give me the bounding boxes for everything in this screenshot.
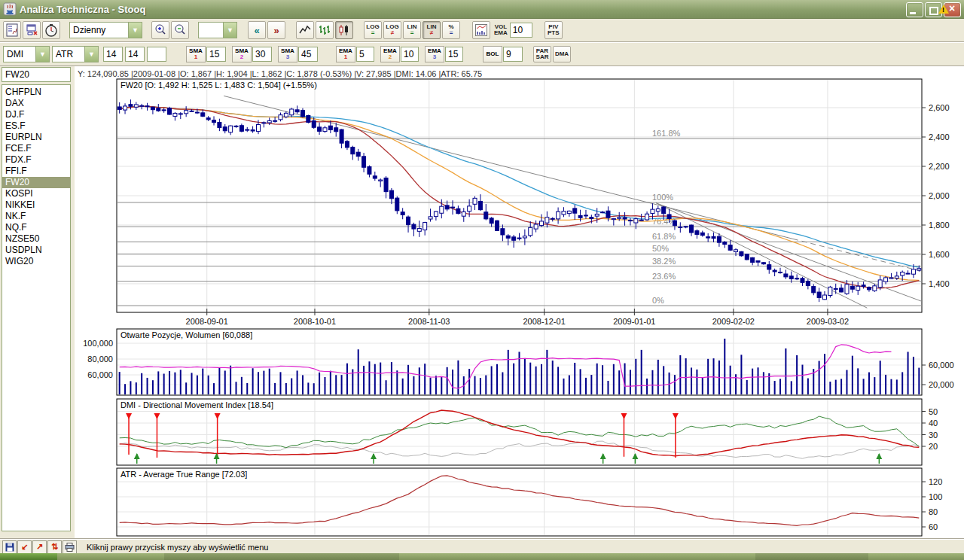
zoom-select[interactable]: ▼ (198, 22, 237, 38)
sma3-input[interactable] (298, 47, 318, 62)
indicator-param3-input[interactable] (147, 47, 166, 62)
taskbar-strip[interactable] (0, 553, 964, 560)
sidebar-item-fdx.f[interactable]: FDX.F (2, 154, 70, 166)
symbol-list[interactable]: CHFPLNDAXDJ.FES.FEURPLNFCE.FFDX.FFFI.FFW… (2, 84, 71, 531)
zoom-in-button[interactable] (151, 21, 169, 39)
save-icon (5, 543, 14, 552)
ema3-input[interactable] (445, 47, 463, 62)
vol-ema-period-input[interactable] (510, 23, 532, 38)
sidebar-item-nq.f[interactable]: NQ.F (2, 222, 70, 233)
ema1-label: EMA1 (336, 46, 355, 62)
close-button[interactable] (944, 2, 961, 17)
zoom-in-icon (154, 23, 167, 37)
ema2-label: EMA2 (380, 46, 400, 62)
taskbar-item[interactable] (164, 553, 399, 560)
scale-log-eq-button[interactable]: LOG= (364, 21, 382, 39)
dmi-panel-title: DMI - Directional Movement Index [18.54] (120, 400, 276, 409)
warning-icon (938, 5, 949, 14)
ohlc-status-line: Y: 124,090.85 |2009-01-08 |O: 1,867 |H: … (78, 69, 482, 78)
scale-symbol: = (371, 30, 375, 36)
chevron-down-icon[interactable]: ▼ (223, 23, 236, 38)
sidebar-item-nzse50[interactable]: NZSE50 (2, 233, 70, 245)
statusbar-hint: Kliknij prawy przycisk myszy aby wyświet… (87, 543, 268, 552)
dma-button[interactable]: DMA (553, 46, 571, 62)
volume-chart-icon (474, 23, 488, 37)
new-window-button[interactable] (23, 21, 41, 39)
sidebar-item-wig20[interactable]: WIG20 (2, 256, 70, 267)
ema1-input[interactable] (356, 47, 374, 62)
sidebar-item-dax[interactable]: DAX (2, 98, 70, 109)
volume-chart-button[interactable] (472, 21, 490, 39)
minimize-button[interactable] (906, 2, 923, 17)
sidebar-item-ffi.f[interactable]: FFI.F (2, 166, 70, 177)
sidebar-item-nikkei[interactable]: NIKKEI (2, 199, 70, 211)
scroll-forward-button[interactable]: » (267, 21, 285, 39)
sidebar-item-chfpln[interactable]: CHFPLN (2, 87, 70, 98)
zoom-out-button[interactable] (171, 21, 189, 39)
report-icon (5, 23, 19, 37)
window-title: Analiza Techniczna - Stooq (20, 4, 145, 15)
timer-button[interactable] (42, 21, 60, 39)
chevron-down-icon[interactable]: ▼ (84, 47, 98, 62)
windows-icon (25, 23, 38, 37)
bollinger-input[interactable] (503, 47, 523, 62)
parabolic-sar-button[interactable]: PARSAR (533, 46, 551, 62)
ema2-input[interactable] (401, 47, 419, 62)
forward-arrows-icon: » (273, 25, 279, 36)
chart-area[interactable] (75, 66, 964, 539)
sidebar-item-fw20[interactable]: FW20 (2, 177, 70, 188)
sma2-input[interactable] (252, 47, 272, 62)
save-button[interactable] (2, 540, 17, 554)
scale-lin-eq-button[interactable]: LIN= (403, 21, 421, 39)
candlestick-icon (337, 23, 351, 37)
sidebar-item-usdpln[interactable]: USDPLN (2, 245, 70, 256)
indicator-param1-input[interactable] (103, 47, 123, 62)
arrow-down-left-icon: ↙ (21, 542, 28, 552)
volume-panel-title: Otwarte Pozycje, Wolumen [60,088] (120, 330, 255, 339)
symbol-search-input[interactable] (2, 67, 71, 82)
bar-chart-mode-button[interactable] (316, 21, 334, 39)
status-bar: ↙ ↗ ⇅ Kliknij prawy przycisk myszy aby w… (0, 539, 964, 554)
report-button[interactable] (3, 21, 21, 39)
period-select-value: Dzienny (70, 25, 128, 35)
chevron-down-icon[interactable]: ▼ (128, 23, 142, 38)
taskbar-item[interactable] (755, 553, 868, 560)
pivot-points-button[interactable]: PIVPTS (545, 21, 563, 39)
sidebar-item-es.f[interactable]: ES.F (2, 120, 70, 132)
sidebar-item-nk.f[interactable]: NK.F (2, 211, 70, 222)
sidebar-item-dj.f[interactable]: DJ.F (2, 109, 70, 120)
sidebar-item-kospi[interactable]: KOSPI (2, 188, 70, 199)
bollinger-label: BOL (483, 46, 502, 62)
scale-symbol: = (410, 30, 414, 36)
atr-panel-title: ATR - Average True Range [72.03] (120, 470, 249, 479)
sidebar-item-eurpln[interactable]: EURPLN (2, 132, 70, 143)
candle-chart-mode-button[interactable] (335, 21, 353, 39)
window-titlebar[interactable]: Analiza Techniczna - Stooq (0, 0, 964, 19)
arrow-up-right-icon: ↗ (36, 542, 43, 552)
chevron-down-icon[interactable]: ▼ (35, 47, 49, 62)
print-icon (65, 543, 75, 552)
export-down-button[interactable]: ↙ (17, 540, 32, 554)
scale-log-neq-button[interactable]: LOG≠ (383, 21, 401, 39)
indicator1-select[interactable]: DMI ▼ (3, 46, 50, 62)
scale-percent-button[interactable]: %= (442, 21, 460, 39)
zoom-out-icon (173, 23, 187, 37)
scale-lin-neq-button[interactable]: LIN≠ (423, 21, 441, 39)
start-button[interactable] (0, 553, 57, 560)
sma1-label: SMA1 (186, 46, 206, 62)
export-both-button[interactable]: ⇅ (47, 540, 62, 554)
main-toolbar: Dzienny ▼ ▼ « » (0, 19, 964, 42)
export-up-button[interactable]: ↗ (32, 540, 47, 554)
indicator2-select[interactable]: ATR ▼ (52, 46, 99, 62)
print-button[interactable] (63, 540, 77, 554)
vol-ema-label: VOL EMA (494, 24, 508, 36)
scroll-back-button[interactable]: « (248, 21, 266, 39)
scale-symbol: ≠ (391, 30, 394, 36)
line-chart-mode-button[interactable] (296, 21, 314, 39)
sidebar-item-fce.f[interactable]: FCE.F (2, 143, 70, 154)
period-select[interactable]: Dzienny ▼ (69, 22, 142, 38)
symbol-sidebar: CHFPLNDAXDJ.FES.FEURPLNFCE.FFDX.FFFI.FFW… (0, 66, 75, 539)
indicator2-value: ATR (53, 49, 84, 59)
sma1-input[interactable] (206, 47, 226, 62)
indicator-param2-input[interactable] (125, 47, 145, 62)
